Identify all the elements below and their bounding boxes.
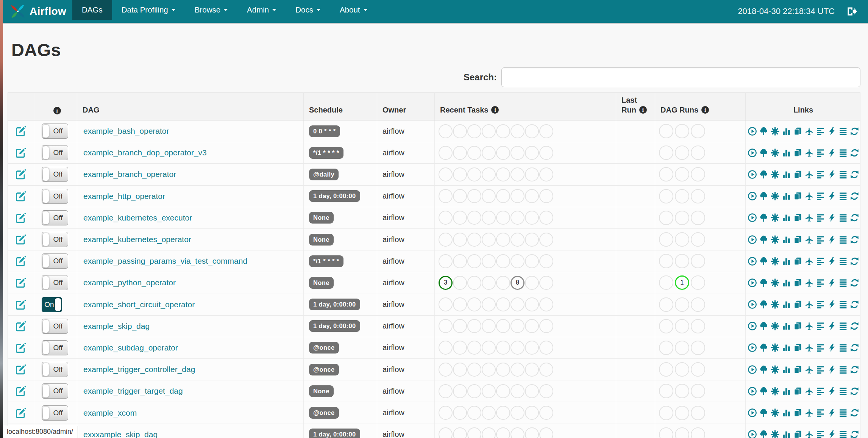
dag-link[interactable]: example_skip_dag [77, 322, 150, 331]
dag-link[interactable]: example_trigger_target_dag [77, 386, 183, 396]
code-link[interactable] [827, 191, 837, 201]
trigger-dag-link[interactable] [748, 343, 757, 352]
tree-view-link[interactable] [759, 386, 768, 396]
landing-times-link[interactable] [804, 365, 814, 374]
task-duration-link[interactable] [782, 430, 791, 438]
edit-dag-icon[interactable] [15, 191, 27, 202]
refresh-link[interactable] [850, 127, 859, 136]
nav-item-data-profiling[interactable]: Data Profiling [112, 0, 185, 20]
logs-link[interactable] [838, 300, 848, 309]
dag-pause-toggle[interactable]: Off [42, 319, 68, 334]
nav-item-about[interactable]: About [330, 0, 377, 20]
task-tries-link[interactable] [793, 213, 802, 222]
trigger-dag-link[interactable] [748, 235, 757, 244]
task-duration-link[interactable] [782, 386, 791, 396]
code-link[interactable] [827, 257, 837, 266]
header-dag[interactable]: DAG [77, 93, 303, 120]
code-link[interactable] [827, 300, 837, 309]
graph-view-link[interactable] [770, 170, 780, 179]
trigger-dag-link[interactable] [748, 365, 757, 374]
task-tries-link[interactable] [793, 343, 802, 352]
task-tries-link[interactable] [793, 430, 802, 438]
task-duration-link[interactable] [782, 170, 791, 179]
graph-view-link[interactable] [770, 386, 780, 396]
trigger-dag-link[interactable] [748, 191, 757, 201]
landing-times-link[interactable] [804, 213, 814, 222]
nav-item-docs[interactable]: Docs [286, 0, 330, 20]
code-link[interactable] [827, 170, 837, 179]
dag-link[interactable]: example_kubernetes_operator [77, 235, 191, 244]
dag-link[interactable]: example_passing_params_via_test_command [77, 257, 247, 266]
code-link[interactable] [827, 235, 837, 244]
task-duration-link[interactable] [782, 127, 791, 136]
gantt-link[interactable] [816, 148, 825, 158]
tree-view-link[interactable] [759, 365, 768, 374]
refresh-link[interactable] [850, 321, 859, 331]
task-tries-link[interactable] [793, 127, 802, 136]
refresh-link[interactable] [850, 257, 859, 266]
edit-dag-icon[interactable] [15, 407, 27, 419]
gantt-link[interactable] [816, 278, 825, 288]
info-icon[interactable]: i [701, 106, 709, 114]
code-link[interactable] [827, 278, 837, 288]
task-tries-link[interactable] [793, 170, 802, 179]
graph-view-link[interactable] [770, 257, 780, 266]
task-tries-link[interactable] [793, 191, 802, 201]
edit-dag-icon[interactable] [15, 299, 27, 310]
edit-dag-icon[interactable] [15, 147, 27, 158]
tree-view-link[interactable] [759, 257, 768, 266]
refresh-link[interactable] [850, 148, 859, 158]
info-icon[interactable]: i [491, 106, 499, 114]
graph-view-link[interactable] [770, 127, 780, 136]
graph-view-link[interactable] [770, 365, 780, 374]
refresh-link[interactable] [850, 365, 859, 374]
refresh-link[interactable] [850, 213, 859, 222]
gantt-link[interactable] [816, 430, 825, 438]
edit-dag-icon[interactable] [15, 255, 27, 267]
tree-view-link[interactable] [759, 408, 768, 418]
tree-view-link[interactable] [759, 170, 768, 179]
task-duration-link[interactable] [782, 257, 791, 266]
graph-view-link[interactable] [770, 430, 780, 438]
gantt-link[interactable] [816, 365, 825, 374]
gantt-link[interactable] [816, 127, 825, 136]
edit-dag-icon[interactable] [15, 385, 27, 397]
code-link[interactable] [827, 365, 837, 374]
trigger-dag-link[interactable] [748, 170, 757, 179]
dag-link[interactable]: exxxample_skip_dag [77, 430, 158, 438]
gantt-link[interactable] [816, 343, 825, 352]
dag-link[interactable]: example_kubernetes_executor [77, 213, 192, 222]
trigger-dag-link[interactable] [748, 321, 757, 331]
gantt-link[interactable] [816, 386, 825, 396]
dag-link[interactable]: example_http_operator [77, 192, 165, 201]
task-state-circle-success[interactable]: 3 [439, 276, 453, 290]
refresh-link[interactable] [850, 300, 859, 309]
dag-pause-toggle[interactable]: Off [42, 340, 68, 355]
code-link[interactable] [827, 321, 837, 331]
landing-times-link[interactable] [804, 148, 814, 158]
info-icon[interactable]: i [53, 107, 61, 114]
task-tries-link[interactable] [793, 148, 802, 158]
trigger-dag-link[interactable] [748, 257, 757, 266]
tree-view-link[interactable] [759, 127, 768, 136]
landing-times-link[interactable] [804, 343, 814, 352]
dag-link[interactable]: example_branch_operator [77, 170, 176, 179]
nav-item-admin[interactable]: Admin [237, 0, 286, 20]
task-tries-link[interactable] [793, 235, 802, 244]
header-last-run[interactable]: Last Run i [616, 93, 655, 120]
gantt-link[interactable] [816, 191, 825, 201]
dag-pause-toggle[interactable]: Off [42, 362, 68, 377]
nav-item-dags[interactable]: DAGs [72, 0, 112, 20]
gantt-link[interactable] [816, 170, 825, 179]
task-tries-link[interactable] [793, 257, 802, 266]
tree-view-link[interactable] [759, 213, 768, 222]
task-duration-link[interactable] [782, 343, 791, 352]
dag-pause-toggle[interactable]: Off [42, 210, 68, 225]
trigger-dag-link[interactable] [748, 300, 757, 309]
nav-item-browse[interactable]: Browse [185, 0, 237, 20]
landing-times-link[interactable] [804, 300, 814, 309]
logout-icon[interactable] [846, 6, 857, 17]
logs-link[interactable] [838, 278, 848, 288]
refresh-link[interactable] [850, 430, 859, 438]
trigger-dag-link[interactable] [748, 148, 757, 158]
